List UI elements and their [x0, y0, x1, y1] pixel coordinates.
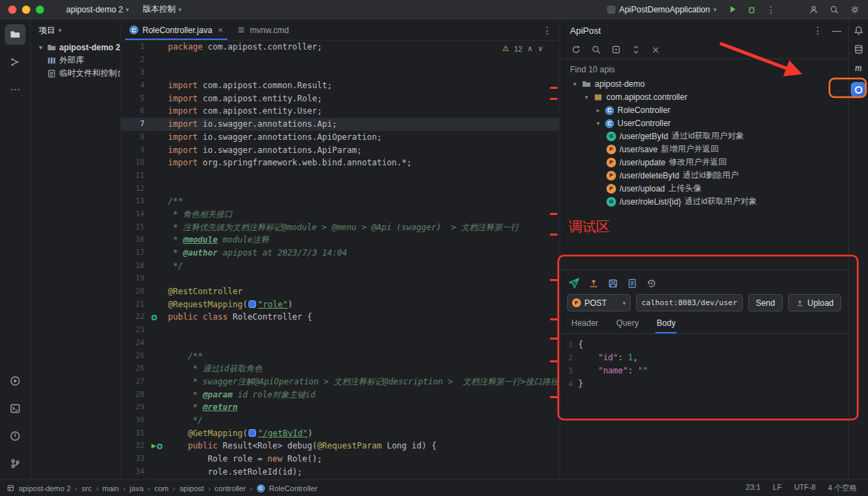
- notifications-bell-icon[interactable]: [854, 25, 864, 36]
- gutter[interactable]: [150, 350, 168, 363]
- git-tool-window-button[interactable]: [5, 453, 25, 474]
- code-line[interactable]: 33 Role role = new Role();: [121, 453, 559, 466]
- code-line[interactable]: 17 * @author apipost at 2023/7/3 14:04: [121, 247, 559, 260]
- structure-tool-window-button[interactable]: [5, 52, 25, 72]
- tab-body[interactable]: Body: [657, 318, 675, 333]
- gutter[interactable]: [150, 144, 168, 157]
- code-line[interactable]: 13/**: [121, 195, 559, 208]
- search-icon[interactable]: [828, 3, 840, 16]
- code-line[interactable]: 12: [121, 183, 559, 196]
- error-stripe-mark[interactable]: [550, 87, 558, 89]
- api-item[interactable]: G/user/roleList/{id}通过id获取用户对象: [560, 195, 848, 208]
- gutter[interactable]: [150, 247, 168, 260]
- next-problem-icon[interactable]: ∨: [538, 44, 543, 53]
- code-line[interactable]: 23: [121, 324, 559, 337]
- tab-rolecontroller[interactable]: C RoleController.java ×: [123, 20, 230, 40]
- gutter[interactable]: [150, 466, 168, 479]
- gutter[interactable]: [150, 389, 168, 402]
- run-gutter-icon[interactable]: ▶: [151, 443, 156, 449]
- body-line[interactable]: 1{: [560, 338, 848, 351]
- code-line[interactable]: 18 */: [121, 260, 559, 273]
- gutter[interactable]: [150, 131, 168, 144]
- gutter[interactable]: [150, 362, 168, 375]
- history-icon[interactable]: [646, 278, 657, 289]
- breadcrumb-item[interactable]: apipost-demo 2: [19, 484, 71, 493]
- gutter[interactable]: [150, 453, 168, 466]
- body-line[interactable]: 4}: [560, 378, 848, 391]
- tab-mvnw[interactable]: mvnw.cmd: [230, 20, 296, 40]
- tab-query[interactable]: Query: [616, 318, 639, 333]
- gutter[interactable]: [150, 169, 168, 183]
- error-stripe-mark[interactable]: [550, 98, 558, 100]
- code-line[interactable]: 31 @GetMapping("/getById"): [121, 427, 559, 440]
- gutter[interactable]: [150, 427, 168, 440]
- settings-gear-icon[interactable]: [849, 3, 861, 16]
- code-line[interactable]: 27 * swagger注解@ApiOperation > 文档注释标记@des…: [121, 375, 559, 389]
- close-tab-icon[interactable]: ×: [218, 25, 223, 35]
- mapping-inlay-icon[interactable]: [248, 429, 256, 437]
- caret-position[interactable]: 23:1: [745, 483, 760, 493]
- run-button[interactable]: [726, 3, 739, 16]
- gutter[interactable]: [150, 260, 168, 273]
- upload-button[interactable]: Upload: [788, 294, 841, 311]
- gutter[interactable]: [150, 285, 168, 298]
- error-stripe-mark[interactable]: [550, 396, 558, 398]
- file-encoding[interactable]: UTF-8: [794, 483, 816, 493]
- docs-icon[interactable]: [627, 278, 637, 289]
- terminal-tool-window-button[interactable]: [5, 398, 25, 419]
- breadcrumb-item[interactable]: com: [154, 484, 169, 493]
- gutter[interactable]: [150, 221, 168, 234]
- code-line[interactable]: 25 /**: [121, 350, 559, 363]
- problems-tool-window-button[interactable]: [5, 426, 25, 446]
- gutter[interactable]: [150, 105, 168, 118]
- gutter[interactable]: [150, 66, 168, 79]
- tab-header[interactable]: Header: [571, 318, 598, 333]
- gutter[interactable]: [150, 118, 168, 131]
- save-icon[interactable]: [608, 278, 618, 289]
- more-tool-windows-icon[interactable]: ⋯: [5, 79, 25, 100]
- run-configuration-selector[interactable]: ApiPostDemoApplication ▾: [604, 5, 719, 14]
- code-line[interactable]: 20@RestController: [121, 285, 559, 298]
- tree-chevron-icon[interactable]: ▾: [571, 81, 578, 87]
- code-line[interactable]: 11: [121, 169, 559, 183]
- gutter[interactable]: [150, 54, 168, 67]
- api-item[interactable]: P/user/save新增用户并返回: [560, 143, 848, 156]
- body-line[interactable]: 2 "id": 1,: [560, 351, 848, 364]
- expand-collapse-icon[interactable]: [631, 45, 641, 54]
- vcs-selector[interactable]: 版本控制 ▾: [136, 0, 189, 19]
- code-line[interactable]: 19: [121, 272, 559, 285]
- gutter[interactable]: [150, 156, 168, 169]
- close-icon[interactable]: [651, 45, 660, 54]
- breadcrumb-item[interactable]: apipost: [180, 484, 204, 493]
- code-line[interactable]: 34 role.setRoleId(id);: [121, 466, 559, 479]
- gutter[interactable]: [150, 401, 168, 414]
- code-line[interactable]: 24: [121, 337, 559, 350]
- gutter[interactable]: [150, 234, 168, 247]
- gutter[interactable]: [150, 272, 168, 285]
- project-selector[interactable]: apipost-demo 2 ▾: [59, 0, 136, 19]
- project-panel-header[interactable]: 项目 ▾: [32, 20, 120, 41]
- code-line[interactable]: 7import io.swagger.annotations.Api;: [121, 118, 559, 131]
- code-line[interactable]: 2: [121, 54, 559, 67]
- code-line[interactable]: 21@RequestMapping("role"): [121, 298, 559, 311]
- gutter[interactable]: [150, 311, 168, 324]
- breadcrumb-item[interactable]: controller: [215, 484, 246, 493]
- prev-problem-icon[interactable]: ∧: [527, 44, 533, 53]
- refresh-icon[interactable]: [571, 45, 581, 54]
- project-tool-window-button[interactable]: [5, 24, 25, 45]
- gutter[interactable]: [150, 79, 168, 92]
- error-stripe-mark[interactable]: [550, 318, 558, 320]
- error-stripe-mark[interactable]: [550, 338, 558, 340]
- close-window-button[interactable]: [8, 6, 17, 14]
- code-line[interactable]: 8import io.swagger.annotations.ApiOperat…: [121, 131, 559, 144]
- code-line[interactable]: 26 * 通过id获取角色: [121, 362, 559, 375]
- panel-options-icon[interactable]: ⋮: [813, 25, 823, 36]
- gutter[interactable]: [150, 41, 168, 54]
- tree-chevron-icon[interactable]: ▾: [583, 94, 590, 101]
- apipost-gutter-icon[interactable]: [157, 444, 162, 449]
- code-line[interactable]: 29 * @return: [121, 401, 559, 414]
- code-line[interactable]: 32▶ public Result<Role> debug(@RequestPa…: [121, 440, 559, 453]
- window-controls[interactable]: [0, 6, 54, 14]
- gutter[interactable]: [150, 375, 168, 389]
- minimize-window-button[interactable]: [22, 6, 30, 14]
